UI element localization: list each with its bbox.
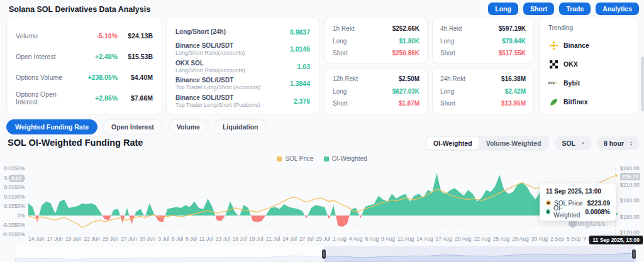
navigator-canvas[interactable]	[0, 246, 644, 262]
rekt-total: $252.66K	[392, 25, 419, 32]
x-axis-label: 9 Aug	[381, 236, 395, 242]
right-axis-tick: $210.00	[620, 182, 640, 188]
ratio-title: OKX SOL	[175, 60, 297, 67]
legend-oi-weighted[interactable]: OI-Weighted	[324, 155, 367, 162]
rekt-card-24h: 24h Rekt$16.38M Long$2.42M Short$13.95M	[432, 68, 534, 114]
trending-item-bybit[interactable]: BYB!T Bybit	[548, 74, 630, 92]
stat-change: +238.05%	[79, 74, 118, 81]
left-axis-tick: 0.0100%	[0, 194, 25, 200]
trending-item-label: Bybit	[564, 79, 580, 87]
trending-item-bitfinex[interactable]: Bitfinex	[548, 92, 630, 111]
stat-value: $4.40M	[118, 74, 153, 81]
x-axis-label: 17 Aug	[436, 236, 452, 242]
interval-select-value: 8 hour	[604, 139, 624, 147]
ratio-value: 2.376	[294, 97, 310, 105]
stat-value: $15.53B	[118, 53, 153, 60]
rekt-card-1h: 1h Rekt$252.66K Long$1.80K Short$250.86K	[325, 18, 428, 63]
rekt-title: 1h Rekt	[333, 25, 392, 32]
x-axis-label: 16 Jul	[232, 236, 247, 242]
svg-text:!T: !T	[555, 82, 558, 85]
tooltip-series-name: OI-Weighted	[553, 205, 582, 219]
left-axis-tick: 0%	[0, 212, 25, 219]
ratio-row: OKX SOL Long/Short Ratio(Accounts) 1.03	[175, 58, 310, 75]
x-axis-label: 20 Aug	[455, 236, 471, 242]
x-axis-label: 25 Jun	[103, 236, 119, 242]
x-axis-label: 22 Jun	[84, 236, 100, 242]
left-axis-tick: -0.0050%	[0, 222, 25, 228]
rekt-long-label: Long	[440, 38, 502, 45]
right-axis-crosshair-badge: 226.73	[620, 173, 640, 180]
stat-row-options-volume: Options Volume +238.05% $4.40M	[16, 67, 153, 87]
chart-controls: OI-Weighted Volume-Weighted SOL ▼ 8 hour…	[425, 136, 639, 151]
x-axis-label: 24 Jul	[282, 236, 297, 242]
funding-rate-chart[interactable]: 0.0250%0.0200%0.0150%0.0100%0.0050%0%-0.…	[0, 165, 644, 235]
market-stats-card: Volume -5.10% $24.13B Open Interest +2.4…	[6, 18, 162, 114]
stat-label: Open Interest	[16, 53, 79, 60]
tooltip-row-oi: OI-Weighted 0.0008%	[546, 207, 610, 216]
long-button[interactable]: Long	[488, 3, 518, 15]
right-axis-tick: $180.00	[620, 197, 640, 204]
short-button[interactable]: Short	[523, 3, 554, 15]
long-short-ratio-card: Long/Short (24h) 0.9837 Binance SOL/USDT…	[166, 18, 319, 114]
oi-dot-icon	[546, 209, 550, 214]
volume-weighted-toggle[interactable]: Volume-Weighted	[479, 137, 548, 150]
x-axis-label: 29 Jul	[316, 236, 330, 242]
rekt-short-label: Short	[440, 50, 499, 57]
rekt-long-value: $79.64K	[502, 38, 526, 45]
trending-item-okx[interactable]: OKX	[548, 55, 630, 74]
trade-button[interactable]: Trade	[559, 3, 591, 15]
x-axis-label: 12 Aug	[397, 236, 414, 242]
rekt-short-value: $1.87M	[399, 100, 419, 107]
svg-text:BYB: BYB	[548, 82, 555, 85]
trending-item-label: Bitfinex	[564, 98, 588, 106]
x-axis-label: 13 Jul	[216, 236, 230, 242]
x-axis-label: 22 Aug	[474, 236, 490, 242]
x-axis-label: 27 Jul	[299, 236, 314, 242]
chart-tabs: Weighted Funding Rate Open Interest Volu…	[6, 119, 267, 134]
x-axis-label: 30 Aug	[531, 236, 548, 242]
right-axis-tick: $240.00	[620, 165, 640, 172]
tab-open-interest[interactable]: Open Interest	[103, 119, 163, 134]
interval-select[interactable]: 8 hour ▲▼	[597, 136, 639, 150]
tab-volume[interactable]: Volume	[168, 119, 209, 134]
analytics-button[interactable]: Analytics	[596, 3, 639, 15]
x-axis-label: 14 Aug	[416, 236, 433, 242]
page-header: Solana SOL Derivatives Data Analysis Lon…	[0, 0, 644, 18]
ratio-value: 1.3844	[290, 80, 310, 87]
tab-liquidation[interactable]: Liquidation	[214, 119, 267, 134]
chart-legend: SOL Price OI-Weighted	[0, 155, 644, 162]
ratio-row: Binance SOL/USDT Long/Short Ratio(Accoun…	[175, 41, 310, 58]
price-dot-icon	[546, 200, 551, 205]
ratio-title: Binance SOL/USDT	[175, 94, 294, 101]
rekt-short-label: Short	[440, 100, 501, 107]
rekt-long-value: $1.80K	[399, 38, 419, 45]
x-axis-label: 19 Jun	[65, 236, 82, 242]
oi-weighted-toggle[interactable]: OI-Weighted	[426, 137, 479, 150]
tab-weighted-funding-rate[interactable]: Weighted Funding Rate	[6, 119, 97, 134]
stat-value: $24.13B	[118, 32, 153, 40]
rekt-short-label: Short	[333, 50, 392, 57]
legend-label: OI-Weighted	[332, 155, 367, 162]
left-axis-tick: 0.0250%	[0, 165, 25, 172]
x-axis-label: 5 Jul	[172, 236, 183, 242]
trending-item-binance[interactable]: Binance	[548, 36, 630, 55]
rekt-short-value: $250.86K	[392, 50, 419, 57]
binance-icon	[548, 40, 558, 50]
scrollbar-thumb[interactable]	[641, 57, 644, 111]
derivatives-dashboard: Solana SOL Derivatives Data Analysis Lon…	[0, 0, 644, 262]
range-navigator[interactable]	[0, 246, 644, 262]
weight-toggle: OI-Weighted Volume-Weighted	[425, 136, 549, 151]
rekt-short-label: Short	[333, 100, 399, 107]
rekt-total: $16.38M	[501, 75, 526, 82]
x-axis-label: 17 Jun	[47, 236, 63, 242]
legend-sol-price[interactable]: SOL Price	[277, 155, 313, 162]
tooltip-series-value: 0.0008%	[586, 209, 610, 216]
ratio-title: Long/Short (24h)	[175, 28, 290, 35]
symbol-select[interactable]: SOL ▼	[555, 136, 591, 150]
stat-row-volume: Volume -5.10% $24.13B	[16, 25, 153, 46]
ratio-value: 0.9837	[290, 28, 310, 36]
rekt-title: 12h Rekt	[333, 75, 399, 82]
rekt-total: $2.50M	[399, 75, 419, 82]
chart-header: SOL OI-Weighted Funding Rate OI-Weighted…	[0, 136, 644, 153]
rekt-long-label: Long	[440, 88, 505, 95]
